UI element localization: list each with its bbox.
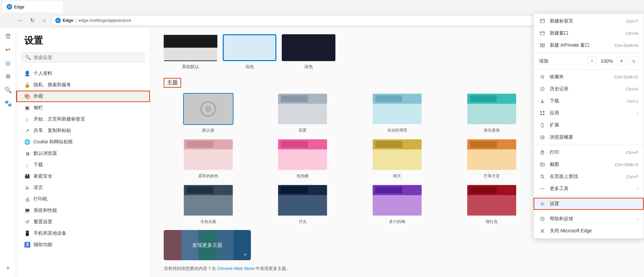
svg-rect-18 bbox=[541, 150, 543, 151]
menu-item-left-close-edge: 关闭 Microsoft Edge bbox=[539, 228, 592, 234]
menu-divider-2 bbox=[534, 69, 644, 70]
extensions-menu-icon bbox=[539, 122, 546, 129]
menu-item-left-extensions: 扩展 bbox=[539, 122, 559, 129]
menu-label-help: 帮助和反馈 bbox=[550, 216, 573, 222]
svg-rect-11 bbox=[540, 111, 542, 112]
menu-label-new-tab: 新建标签页 bbox=[550, 18, 573, 24]
menu-item-left-new-window: 新建窗口 bbox=[539, 30, 569, 37]
zoom-label: 缩放 bbox=[539, 58, 585, 64]
apps-arrow: › bbox=[637, 111, 638, 116]
menu-item-history[interactable]: 历史记录 Ctrl+H bbox=[534, 83, 644, 95]
menu-item-extensions[interactable]: 扩展 bbox=[534, 119, 644, 131]
menu-item-close-edge[interactable]: 关闭 Microsoft Edge bbox=[534, 225, 644, 237]
shortcut-history: Ctrl+H bbox=[626, 87, 638, 92]
menu-item-left-apps: 应用 bbox=[539, 110, 559, 117]
shortcut-favorites: Ctrl+Shift+O bbox=[614, 75, 638, 80]
settings-menu-icon bbox=[539, 200, 546, 207]
more-tools-icon bbox=[539, 185, 546, 192]
apps-menu-icon bbox=[539, 110, 546, 117]
menu-item-apps[interactable]: 应用 › bbox=[534, 107, 644, 119]
menu-label-browser-overview: 浏览器概要 bbox=[550, 134, 573, 140]
shortcut-new-window: Ctrl+N bbox=[626, 31, 638, 36]
history-menu-icon bbox=[539, 86, 546, 92]
menu-item-left-find: 在页面上查找 bbox=[539, 173, 578, 180]
svg-rect-4 bbox=[540, 32, 544, 35]
inprivate-icon bbox=[539, 42, 546, 49]
zoom-increase-button[interactable]: + bbox=[617, 56, 626, 66]
menu-divider-3 bbox=[534, 145, 644, 145]
menu-item-more-tools[interactable]: 更多工具 › bbox=[534, 183, 644, 195]
menu-label-more-tools: 更多工具 bbox=[550, 186, 569, 192]
menu-item-new-tab[interactable]: 新建标签页 Ctrl+T bbox=[534, 15, 644, 27]
svg-line-24 bbox=[543, 177, 544, 179]
menu-item-favorites[interactable]: 收藏夹 Ctrl+Shift+O bbox=[534, 71, 644, 83]
new-tab-icon bbox=[539, 18, 546, 25]
zoom-value: 100% bbox=[599, 58, 614, 64]
svg-point-28 bbox=[542, 203, 543, 205]
menu-label-apps: 应用 bbox=[550, 110, 559, 116]
menu-item-left-settings: 设置 bbox=[539, 200, 559, 207]
menu-item-find[interactable]: 在页面上查找 Ctrl+F bbox=[534, 171, 644, 183]
help-menu-icon bbox=[539, 216, 546, 222]
menu-label-new-window: 新建窗口 bbox=[550, 30, 569, 36]
menu-label-history: 历史记录 bbox=[550, 86, 569, 92]
menu-label-extensions: 扩展 bbox=[550, 122, 559, 128]
menu-divider-4 bbox=[534, 196, 644, 196]
find-menu-icon bbox=[539, 173, 546, 180]
svg-point-21 bbox=[542, 164, 543, 166]
svg-rect-22 bbox=[541, 163, 542, 163]
svg-point-19 bbox=[543, 152, 544, 152]
browser-overview-icon bbox=[539, 134, 546, 141]
download-menu-icon bbox=[539, 98, 546, 104]
close-edge-icon bbox=[539, 228, 546, 234]
svg-point-25 bbox=[541, 188, 541, 189]
menu-item-left-download: 下载 bbox=[539, 98, 559, 104]
shortcut-inprivate: Ctrl+Shift+N bbox=[614, 43, 638, 48]
menu-item-browser-overview[interactable]: 浏览器概要 bbox=[534, 131, 644, 143]
zoom-expand-button[interactable]: ⤡ bbox=[629, 56, 638, 66]
more-tools-arrow: › bbox=[637, 186, 638, 191]
shortcut-screenshot: Ctrl+Shift+S bbox=[615, 162, 638, 167]
menu-item-left-screenshot: 截图 bbox=[539, 161, 559, 168]
svg-point-26 bbox=[542, 188, 543, 189]
menu-item-settings[interactable]: 设置 bbox=[534, 198, 644, 210]
menu-divider-1 bbox=[534, 53, 644, 53]
zoom-decrease-button[interactable]: − bbox=[587, 56, 597, 66]
svg-rect-13 bbox=[540, 114, 542, 115]
menu-item-left-history: 历史记录 bbox=[539, 86, 569, 92]
svg-point-30 bbox=[542, 220, 542, 220]
shortcut-find: Ctrl+F bbox=[626, 174, 638, 179]
menu-item-left-favorites: 收藏夹 bbox=[539, 74, 564, 80]
print-menu-icon bbox=[539, 149, 546, 156]
menu-item-download[interactable]: 下载 Ctrl+J bbox=[534, 95, 644, 107]
svg-point-23 bbox=[541, 175, 543, 178]
svg-rect-14 bbox=[543, 114, 544, 115]
menu-label-close-edge: 关闭 Microsoft Edge bbox=[550, 228, 592, 234]
menu-item-left-browser-overview: 浏览器概要 bbox=[539, 134, 573, 141]
menu-item-inprivate[interactable]: 新建 InPrivate 窗口 Ctrl+Shift+N bbox=[534, 39, 644, 51]
screenshot-menu-icon bbox=[539, 161, 546, 168]
context-menu-overlay: 新建标签页 Ctrl+T 新建窗口 Ctrl+N 新建 InPrivate 窗口… bbox=[0, 0, 644, 277]
menu-item-new-window[interactable]: 新建窗口 Ctrl+N bbox=[534, 27, 644, 39]
shortcut-new-tab: Ctrl+T bbox=[626, 19, 638, 24]
menu-label-download: 下载 bbox=[550, 98, 559, 104]
menu-label-print: 打印 bbox=[550, 149, 559, 155]
menu-item-left-print: 打印 bbox=[539, 149, 559, 156]
menu-item-left-inprivate: 新建 InPrivate 窗口 bbox=[539, 42, 590, 49]
menu-label-find: 在页面上查找 bbox=[550, 174, 578, 180]
svg-rect-2 bbox=[540, 19, 544, 23]
svg-rect-17 bbox=[541, 153, 544, 154]
help-arrow: › bbox=[637, 217, 638, 221]
menu-item-print[interactable]: 打印 Ctrl+P bbox=[534, 146, 644, 158]
svg-point-27 bbox=[543, 188, 544, 189]
zoom-controls: − 100% + ⤡ bbox=[587, 56, 638, 66]
svg-point-8 bbox=[542, 45, 543, 47]
menu-item-left-help: 帮助和反馈 bbox=[539, 216, 573, 222]
svg-rect-20 bbox=[540, 163, 544, 166]
favorites-menu-icon bbox=[539, 74, 546, 80]
menu-item-help[interactable]: 帮助和反馈 › bbox=[534, 213, 644, 225]
menu-item-left-new-tab: 新建标签页 bbox=[539, 18, 573, 25]
menu-item-screenshot[interactable]: 截图 Ctrl+Shift+S bbox=[534, 158, 644, 171]
menu-label-settings: 设置 bbox=[550, 201, 559, 207]
shortcut-print: Ctrl+P bbox=[626, 150, 638, 155]
